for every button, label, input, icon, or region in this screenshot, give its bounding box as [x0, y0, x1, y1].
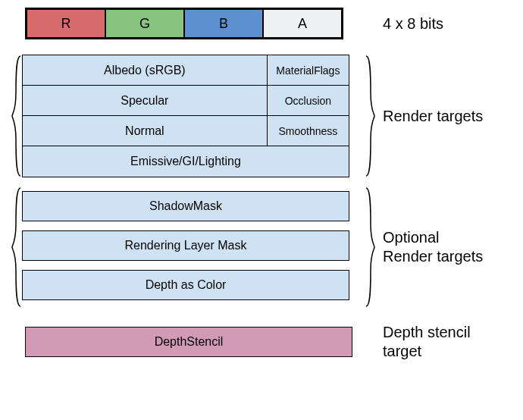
- render-targets-label: Render targets: [375, 107, 512, 126]
- rt-normal: Normal: [23, 116, 267, 146]
- depth-stencil-box: DepthStencil: [25, 327, 352, 357]
- header-label: 4 x 8 bits: [375, 14, 512, 33]
- brace-right-icon: [365, 186, 375, 308]
- rt-materialflags: MaterialFlags: [267, 55, 349, 85]
- channel-b: B: [185, 10, 264, 37]
- channel-box: R G B A: [25, 8, 343, 39]
- optional-targets-row: ShadowMask Rendering Layer Mask Depth as…: [11, 186, 512, 308]
- channel-r: R: [27, 10, 106, 37]
- depth-stencil-label: Depth stencil target: [375, 323, 512, 361]
- channel-a: A: [264, 10, 341, 37]
- rt-specular: Specular: [23, 86, 267, 115]
- render-targets-table: Albedo (sRGB) MaterialFlags Specular Occ…: [22, 55, 349, 177]
- rt-row-3: Emissive/GI/Lighting: [23, 146, 349, 177]
- optional-targets-diagram: ShadowMask Rendering Layer Mask Depth as…: [11, 186, 375, 308]
- brace-right-icon: [365, 55, 375, 177]
- brace-left-icon: [11, 186, 22, 308]
- rt-albedo: Albedo (sRGB): [23, 55, 267, 85]
- rt-row-2: Normal Smoothness: [23, 116, 349, 146]
- opt-rendering-layer-mask: Rendering Layer Mask: [22, 230, 349, 261]
- opt-shadowmask: ShadowMask: [22, 191, 349, 221]
- render-targets-row: Albedo (sRGB) MaterialFlags Specular Occ…: [11, 55, 512, 177]
- render-targets-diagram: Albedo (sRGB) MaterialFlags Specular Occ…: [11, 55, 375, 177]
- rt-occlusion: Occlusion: [267, 86, 349, 115]
- header-row: R G B A 4 x 8 bits: [11, 8, 512, 39]
- rt-emissive: Emissive/GI/Lighting: [23, 146, 349, 177]
- rt-smoothness: Smoothness: [267, 116, 349, 146]
- rt-row-1: Specular Occlusion: [23, 86, 349, 116]
- depth-stencil-diagram: DepthStencil: [11, 327, 375, 357]
- optional-targets-label: Optional Render targets: [375, 228, 512, 266]
- depth-stencil-row: DepthStencil Depth stencil target: [11, 323, 512, 361]
- rt-row-0: Albedo (sRGB) MaterialFlags: [23, 55, 349, 86]
- brace-left-icon: [11, 55, 22, 177]
- channel-header: R G B A: [11, 8, 375, 39]
- channel-g: G: [106, 10, 185, 37]
- opt-depth-as-color: Depth as Color: [22, 270, 349, 300]
